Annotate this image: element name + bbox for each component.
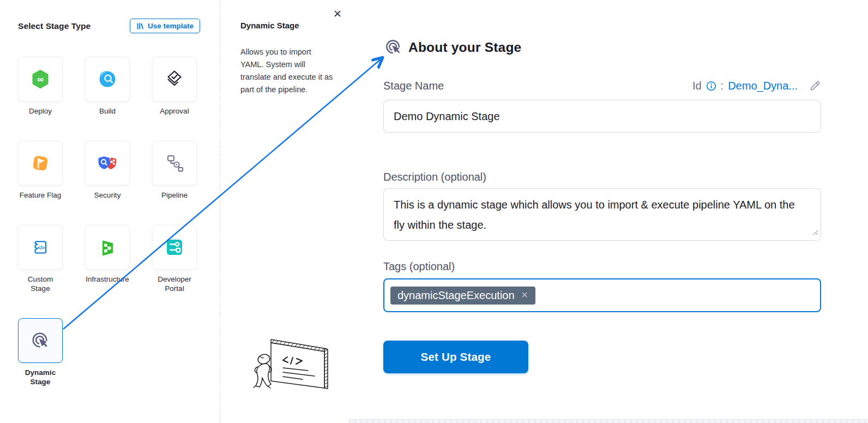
feature-flag-icon [29, 152, 51, 174]
stage-card-label: Pipeline [161, 190, 188, 200]
stage-card-deploy[interactable]: ∞ [18, 57, 63, 102]
tag-chip-text: dynamicStageExecution [397, 289, 515, 302]
stage-id-value[interactable]: Demo_Dyna... [728, 80, 798, 92]
helper-description: Allows you to import YAML. System will t… [240, 46, 334, 96]
dynamic-stage-icon [29, 330, 51, 351]
stage-helper-panel: ✕ Dynamic Stage Allows you to import YAM… [221, 0, 349, 423]
dynamic-stage-icon [383, 37, 403, 57]
edit-id-icon[interactable] [809, 80, 821, 92]
deploy-icon: ∞ [29, 68, 51, 90]
remove-tag-icon[interactable]: ✕ [521, 291, 528, 300]
stage-card-label: Build [99, 106, 116, 116]
infrastructure-icon [97, 236, 118, 258]
svg-text:</>: </> [38, 245, 45, 251]
build-icon [97, 68, 118, 90]
approval-icon [164, 68, 185, 90]
form-title: About your Stage [408, 40, 521, 55]
developer-portal-icon [164, 236, 185, 258]
use-template-button[interactable]: Use template [130, 19, 200, 33]
stage-card-label: Dynamic Stage [18, 368, 63, 386]
stage-name-input[interactable] [383, 100, 821, 133]
id-separator: : [721, 80, 724, 92]
stage-card-label: Infrastructure [86, 275, 129, 284]
use-template-label: Use template [148, 22, 194, 30]
template-library-icon [136, 22, 144, 30]
custom-stage-icon: </> [29, 236, 51, 258]
tag-chip: dynamicStageExecution ✕ [390, 287, 535, 305]
presenter-illustration [244, 334, 334, 402]
stage-type-grid: ∞ Deploy B [18, 57, 197, 386]
stage-id-row: Id : Demo_Dyna... [692, 80, 821, 92]
svg-text:∞: ∞ [37, 74, 44, 85]
set-up-stage-button[interactable]: Set Up Stage [383, 341, 528, 373]
stage-card-label: Developer Portal [152, 275, 197, 293]
stage-setup-screen: Select Stage Type Use template ∞ [0, 0, 868, 423]
description-label: Description (optional) [383, 171, 821, 183]
stage-card-label: Deploy [29, 106, 52, 116]
stage-name-label: Stage Name [383, 80, 444, 92]
stage-card-dynamic-stage[interactable] [18, 318, 63, 363]
stage-type-panel: Select Stage Type Use template ∞ [0, 0, 220, 423]
close-icon[interactable]: ✕ [330, 7, 345, 21]
stage-card-label: Custom Stage [18, 275, 63, 293]
stage-card-label: Feature Flag [20, 190, 62, 200]
about-stage-panel: About your Stage Stage Name Id : Demo_Dy… [349, 0, 868, 423]
stage-card-feature-flag[interactable] [18, 141, 63, 186]
tags-label: Tags (optional) [383, 260, 821, 273]
stage-card-pipeline[interactable] [152, 141, 197, 186]
stage-card-security[interactable] [85, 141, 130, 186]
stage-card-infrastructure[interactable] [85, 225, 130, 270]
info-icon[interactable] [706, 81, 716, 91]
stage-card-label: Approval [160, 106, 189, 116]
id-label: Id [692, 80, 702, 92]
description-textarea[interactable]: This is a dynamic stage which allows you… [383, 188, 821, 241]
stage-card-approval[interactable] [152, 57, 197, 102]
stage-card-custom-stage[interactable]: </> [18, 225, 63, 270]
pipeline-canvas-edge [349, 419, 868, 423]
security-icon [97, 152, 118, 174]
panel-title: Select Stage Type [18, 21, 91, 31]
stage-card-label: Security [94, 190, 121, 200]
pipeline-icon [164, 152, 185, 174]
helper-title: Dynamic Stage [240, 21, 299, 30]
tags-input[interactable]: dynamicStageExecution ✕ [383, 278, 821, 312]
stage-card-build[interactable] [85, 57, 130, 102]
stage-card-developer-portal[interactable] [152, 225, 197, 270]
